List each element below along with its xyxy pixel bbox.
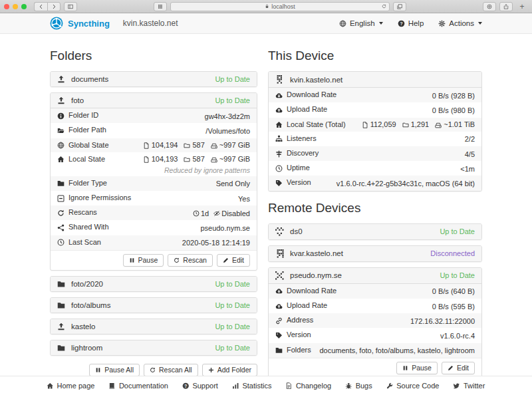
footer-link-bugs[interactable]: Bugs (345, 382, 372, 390)
refresh-icon[interactable] (382, 4, 386, 9)
folder-panel-kastelo: kastelo Up to Date (50, 319, 257, 334)
folder-icon (275, 346, 283, 354)
sidebar-toggle-button[interactable] (64, 2, 77, 11)
upload-icon (57, 323, 65, 330)
pencil-icon (448, 365, 454, 371)
close-window-button[interactable] (4, 4, 9, 9)
file-icon (143, 142, 150, 149)
folder-icon (57, 180, 65, 187)
home-icon (275, 121, 283, 128)
discovery-row: Discovery 4/5 (269, 146, 481, 161)
syncthing-logo (50, 17, 63, 30)
folder-row-foto2020[interactable]: foto/2020 Up to Date (51, 277, 257, 291)
folders-row: Folders documents, foto, foto/albums, ka… (269, 343, 481, 358)
grid-icon (158, 4, 163, 9)
question-icon: ? (182, 382, 190, 390)
rescan-button[interactable]: Rescan (168, 254, 213, 267)
file-icon (143, 156, 150, 163)
folder-icon (402, 122, 409, 128)
pause-icon (95, 367, 101, 373)
device-identicon (275, 271, 284, 280)
download-rate-row: Download Rate 0 B/s (928 B) (269, 88, 481, 102)
minus-square-icon (57, 195, 65, 202)
ignore-permissions-row: Ignore Permissions Yes (51, 191, 257, 205)
status-badge: Up to Date (440, 271, 475, 279)
edit-button[interactable]: Edit (217, 254, 250, 267)
device-row-ds0[interactable]: ds0 Up to Date (269, 224, 481, 239)
zoom-window-button[interactable] (21, 4, 27, 9)
footer-link-changelog[interactable]: Changelog (285, 382, 331, 390)
rescan-all-button[interactable]: Rescan All (144, 364, 198, 376)
folder-icon (57, 301, 65, 309)
brand-name: Syncthing (68, 19, 110, 29)
reader-button[interactable] (483, 2, 496, 11)
pause-button[interactable]: Pause (123, 254, 164, 267)
book-icon (108, 382, 116, 390)
this-device-title: This Device (268, 49, 482, 63)
twitter-icon (453, 382, 460, 390)
tab-overview-button[interactable] (393, 2, 406, 11)
info-icon (57, 112, 65, 120)
link-icon (275, 317, 283, 325)
add-folder-button[interactable]: Add Folder (202, 364, 257, 376)
eye-slash-icon (213, 210, 220, 217)
hdd-icon (211, 156, 217, 163)
folder-row-documents[interactable]: documents Up to Date (51, 72, 257, 86)
footer-link-documentation[interactable]: Documentation (108, 382, 168, 390)
uptime-row: Uptime <1m (269, 161, 481, 176)
refresh-icon (174, 257, 180, 263)
refresh-icon (150, 367, 156, 373)
folder-row-fotoalbums[interactable]: foto/albums Up to Date (51, 298, 257, 313)
edit-button[interactable]: Edit (442, 362, 475, 374)
folder-row-foto[interactable]: foto Up to Date (51, 93, 257, 108)
address-bar[interactable]: localhost (170, 2, 390, 11)
pause-all-button[interactable]: Pause All (89, 364, 140, 376)
listeners-row: Listeners 2/2 (269, 132, 481, 146)
share-icon (503, 4, 509, 9)
footer-link-statistics[interactable]: Statistics (232, 382, 272, 390)
shared-with-row: Shared With pseudo.nym.se (51, 220, 257, 235)
device-row-pseudo[interactable]: pseudo.nym.se Up to Date (269, 268, 481, 284)
new-tab-button[interactable]: + (516, 2, 528, 11)
folder-row-kastelo[interactable]: kastelo Up to Date (51, 319, 257, 334)
window-controls[interactable] (4, 4, 27, 9)
minimize-window-button[interactable] (13, 4, 18, 9)
reduced-note: Reduced by ignore patterns (51, 166, 257, 176)
forward-button[interactable] (47, 2, 61, 11)
folder-row-lightroom[interactable]: lightroom Up to Date (51, 340, 257, 355)
rescans-row: Rescans 1dDisabled (51, 205, 257, 220)
upload-rate-row: Upload Rate 0 B/s (595 B) (269, 299, 481, 313)
file-icon (362, 122, 368, 128)
this-device-row[interactable]: kvin.kastelo.net (269, 72, 481, 88)
device-identicon (275, 227, 284, 236)
chevron-right-icon (51, 4, 57, 9)
status-badge: Up to Date (215, 301, 250, 309)
actions-menu[interactable]: Actions (438, 19, 482, 27)
share-button[interactable] (499, 2, 513, 11)
svg-text:?: ? (184, 383, 187, 388)
device-panel-ds0: ds0 Up to Date (268, 223, 482, 240)
cloud-upload-icon (275, 106, 283, 114)
folder-panel-foto2020: foto/2020 Up to Date (50, 276, 257, 292)
back-button[interactable] (34, 2, 47, 11)
folder-icon (184, 156, 190, 163)
footer-link-source[interactable]: Source Code (386, 382, 440, 390)
status-badge: Up to Date (215, 280, 250, 288)
device-row-kvar[interactable]: kvar.kastelo.net Disconnected (269, 246, 481, 261)
cloud-download-icon (275, 287, 283, 295)
footer-link-home[interactable]: Home page (47, 382, 94, 390)
status-badge: Up to Date (215, 344, 250, 352)
device-identicon (275, 75, 284, 84)
language-menu[interactable]: English (339, 19, 383, 27)
top-sites-button[interactable] (154, 2, 167, 11)
pause-button[interactable]: Pause (396, 362, 438, 374)
footer-link-twitter[interactable]: Twitter (453, 382, 485, 390)
gear-icon (438, 20, 446, 27)
address-row: Address 172.16.32.11:22000 (269, 313, 481, 328)
tag-icon (275, 180, 283, 187)
footer-link-support[interactable]: ?Support (182, 382, 218, 390)
help-menu[interactable]: ? Help (398, 19, 424, 27)
sitemap-icon (275, 135, 283, 142)
this-device-panel: kvin.kastelo.net Download Rate 0 B/s (92… (268, 71, 482, 192)
folder-icon (57, 344, 65, 352)
